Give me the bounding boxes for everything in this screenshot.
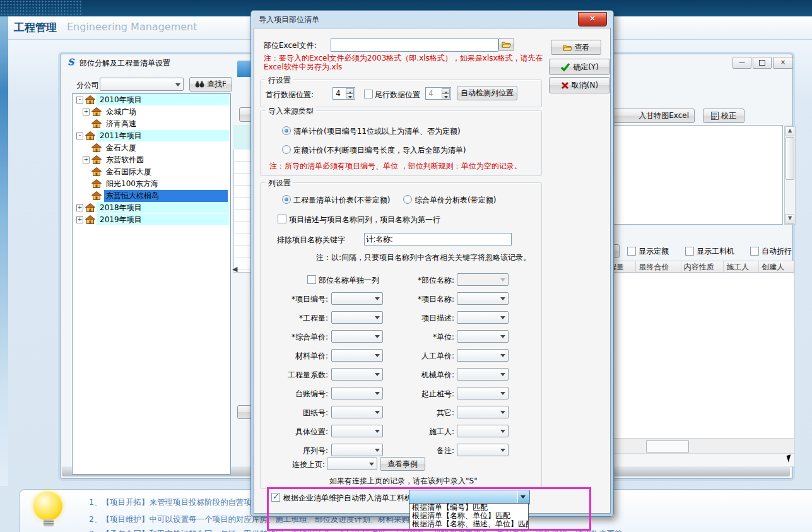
same-column-checkbox[interactable] <box>278 215 286 223</box>
spin-down-icon[interactable] <box>346 93 354 98</box>
tree-row[interactable]: 金石大厦 <box>73 142 230 154</box>
tree-label[interactable]: 阳光100东方海 <box>104 178 160 190</box>
other-combobox[interactable] <box>457 406 509 418</box>
quota-pricing-radio[interactable] <box>282 145 291 154</box>
grid-header[interactable]: 最终合价 <box>636 261 681 272</box>
tree-label[interactable]: 2018年项目 <box>98 202 144 214</box>
spin-down-icon[interactable] <box>442 93 450 98</box>
collapse-icon[interactable]: - <box>76 97 83 103</box>
calibrate-button[interactable]: 校正 <box>703 109 744 123</box>
calculator-icon <box>711 112 719 120</box>
status-input[interactable] <box>646 440 689 452</box>
worker-combobox[interactable] <box>457 425 509 437</box>
source-type-group: 导入来源类型 清单计价(项目编号11位或以上为清单、否为定额) 定额计价(不判断… <box>260 110 542 176</box>
tree-row[interactable]: 金石国际大厦 <box>73 166 230 178</box>
quantity-factor-combobox[interactable] <box>331 368 383 381</box>
list-pricing-label: 清单计价(项目编号11位或以上为清单、否为定额) <box>293 126 461 137</box>
field-label: 施工人: <box>384 427 454 437</box>
spin-up-icon[interactable] <box>346 88 354 93</box>
tree-row[interactable]: +东营软件园 <box>73 154 230 166</box>
unit-analysis-radio[interactable] <box>403 195 412 204</box>
ledger-no-combobox[interactable] <box>331 387 383 399</box>
scrollbar-thumb[interactable] <box>786 137 794 180</box>
serial-no-combobox[interactable] <box>331 444 383 456</box>
view-button[interactable]: 查看 <box>551 40 601 55</box>
grid-header[interactable]: 施工人 <box>724 261 759 272</box>
collapse-left-icon[interactable]: ◀ <box>232 265 237 273</box>
expand-icon[interactable]: + <box>76 216 83 223</box>
horizontal-scrollbar[interactable] <box>591 453 795 467</box>
tree-row[interactable]: +2018年项目 <box>73 202 230 214</box>
maximize-button[interactable] <box>753 57 772 69</box>
tree-label[interactable]: 2011年项目 <box>98 130 144 142</box>
project-name-combobox[interactable] <box>457 292 509 305</box>
view-example-button[interactable]: 查看事例 <box>380 457 425 471</box>
unit-combobox[interactable] <box>457 330 509 343</box>
green-check-icon <box>560 62 570 71</box>
exclude-keywords-input[interactable] <box>364 233 512 245</box>
grid-body[interactable] <box>591 273 795 439</box>
excel-file-input[interactable] <box>331 38 498 52</box>
tree-row[interactable]: +2019年项目 <box>73 214 230 226</box>
project-no-combobox[interactable] <box>331 292 383 305</box>
tree-label[interactable]: 东营软件园 <box>104 154 146 166</box>
minimize-button[interactable]: — <box>733 57 751 69</box>
tree-row[interactable]: -2011年项目 <box>73 130 230 142</box>
stake-no-combobox[interactable] <box>457 387 509 399</box>
dialog-close-button[interactable]: × <box>578 12 607 27</box>
ok-button[interactable]: 确定(Y) <box>549 59 610 75</box>
tree-label[interactable]: 2019年项目 <box>98 214 144 226</box>
standalone-part-checkbox[interactable] <box>307 275 316 284</box>
tree-row[interactable]: 阳光100东方海 <box>73 178 230 190</box>
remark-combobox[interactable] <box>457 444 509 456</box>
show-materials-checkbox[interactable] <box>685 247 694 256</box>
auto-detect-label: 自动检测列位置 <box>461 88 514 98</box>
scroll-down-icon[interactable]: ▼ <box>786 214 794 224</box>
expand-icon[interactable]: + <box>76 204 83 211</box>
labor-price-combobox[interactable] <box>457 349 509 362</box>
part-name-combobox[interactable] <box>457 273 509 286</box>
collapse-icon[interactable]: - <box>76 133 83 139</box>
machine-price-combobox[interactable] <box>457 368 509 381</box>
composite-price-combobox[interactable] <box>331 330 383 343</box>
tree-label[interactable]: 2010年项目 <box>98 94 144 106</box>
close-window-button[interactable]: × <box>773 57 793 69</box>
scroll-up-icon[interactable]: ▲ <box>786 126 794 136</box>
tree-row[interactable]: +众城广场 <box>73 106 230 118</box>
tree-row-selected[interactable]: 东营恒大棕榈岛 <box>73 190 230 202</box>
material-price-combobox[interactable] <box>331 349 383 362</box>
field-label: 工程量系数: <box>261 370 328 381</box>
spin-up-icon[interactable] <box>442 88 450 93</box>
cancel-button[interactable]: 取消(N) <box>549 77 610 93</box>
link-prev-page-combobox[interactable] <box>327 458 377 470</box>
memo-scrollbar[interactable]: ▲ ▼ <box>784 126 796 225</box>
memo-area[interactable] <box>592 125 783 225</box>
list-pricing-radio[interactable] <box>282 126 291 135</box>
boq-table-radio[interactable] <box>282 195 291 204</box>
branch-combobox[interactable] <box>100 78 184 91</box>
quantity-combobox[interactable] <box>331 311 383 324</box>
tree-row[interactable]: -2010年项目 <box>73 94 230 106</box>
description-combobox[interactable] <box>457 311 509 324</box>
location-combobox[interactable] <box>331 425 383 437</box>
auto-detect-button[interactable]: 自动检测列位置 <box>457 86 517 100</box>
auto-wrap-checkbox[interactable] <box>750 247 759 256</box>
first-row-spinner[interactable]: 4 <box>332 87 355 100</box>
tree-label[interactable]: 众城广场 <box>104 106 138 118</box>
field-label: 起止桩号: <box>384 389 454 399</box>
tree-label[interactable]: 金石大厦 <box>104 142 138 154</box>
grid-header[interactable]: 创建人 <box>759 261 794 272</box>
tree-row[interactable]: 济青高速 <box>73 118 230 130</box>
show-quota-checkbox[interactable] <box>627 247 636 256</box>
tree-label[interactable]: 东营恒大棕榈岛 <box>104 190 228 202</box>
expand-icon[interactable]: + <box>83 157 90 163</box>
tree-label[interactable]: 金石国际大厦 <box>104 166 153 178</box>
drawing-no-combobox[interactable] <box>331 406 383 418</box>
browse-file-button[interactable] <box>498 38 514 51</box>
grid-header[interactable]: 内容性质 <box>681 261 724 272</box>
last-row-checkbox[interactable] <box>364 90 373 98</box>
expand-icon[interactable]: + <box>83 109 90 115</box>
tree-label[interactable]: 济青高速 <box>104 118 138 130</box>
last-row-spinner[interactable]: 4 <box>425 87 451 100</box>
find-button[interactable]: 查找F <box>189 77 232 92</box>
